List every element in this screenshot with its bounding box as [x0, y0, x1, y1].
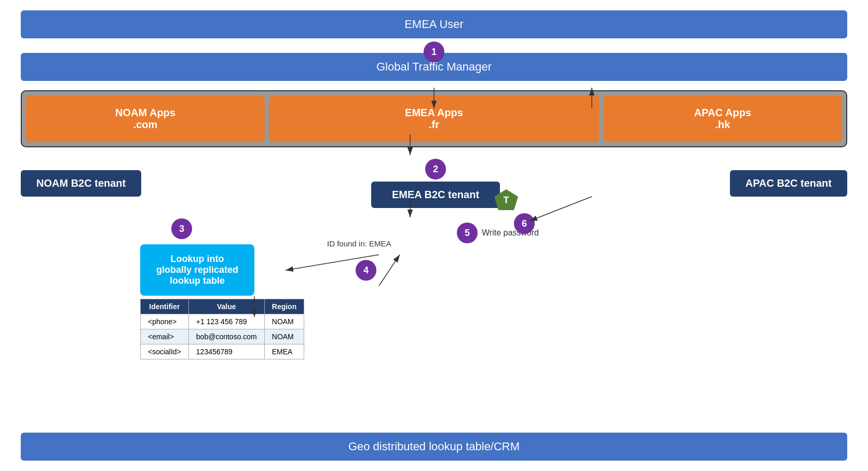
col-value: Value	[188, 299, 264, 314]
col-identifier: Identifier	[141, 299, 189, 314]
col-region: Region	[264, 299, 304, 314]
noam-b2c-box: NOAM B2C tenant	[21, 170, 141, 197]
apac-b2c-box: APAC B2C tenant	[730, 170, 847, 197]
lookup-table: Identifier Value Region <phone> +1 123 4…	[140, 299, 304, 359]
emea-user-bar: EMEA User	[21, 10, 847, 38]
cell-id-1: <phone>	[141, 314, 189, 329]
circle-3: 3	[171, 218, 192, 239]
noam-apps-label: NOAM Apps.com	[115, 107, 175, 131]
cell-reg-3: EMEA	[264, 344, 304, 359]
apac-apps-box: APAC Apps.hk	[603, 95, 842, 142]
emea-b2c-box: EMEA B2C tenant	[371, 182, 500, 208]
table-row: <phone> +1 123 456 789 NOAM	[141, 314, 304, 329]
circle-5: 5	[457, 223, 478, 243]
b2c-row: NOAM B2C tenant 2 EMEA B2C tenant APAC B…	[21, 159, 847, 208]
circle-6: 6	[514, 213, 535, 234]
circle-4: 4	[356, 260, 376, 281]
noam-apps-box: NOAM Apps.com	[26, 95, 265, 142]
cell-id-2: <email>	[141, 329, 189, 344]
apps-row: NOAM Apps.com EMEA Apps.fr APAC Apps.hk	[21, 90, 847, 147]
gtm-row: 1 Global Traffic Manager	[21, 53, 847, 81]
cell-id-3: <socialId>	[141, 344, 189, 359]
lookup-table-wrapper: Identifier Value Region <phone> +1 123 4…	[140, 299, 304, 359]
cell-reg-1: NOAM	[264, 314, 304, 329]
emea-apps-box: EMEA Apps.fr	[269, 95, 599, 142]
geo-bar: Geo distributed lookup table/CRM	[21, 433, 847, 461]
t-label: T	[493, 187, 519, 213]
id-found-label: ID found in: EMEA	[327, 239, 391, 248]
svg-line-9	[379, 255, 400, 286]
diagram-container: EMEA User 1 Global Traffic Manager NOAM …	[0, 0, 868, 471]
circle-2: 2	[425, 159, 446, 179]
cell-reg-2: NOAM	[264, 329, 304, 344]
circle-1: 1	[424, 41, 444, 62]
apac-apps-label: APAC Apps.hk	[694, 107, 751, 131]
emea-apps-label: EMEA Apps.fr	[405, 107, 463, 131]
lower-section: 3 Lookup into globally replicated lookup…	[21, 213, 847, 379]
cell-val-2: bob@contoso.com	[188, 329, 264, 344]
table-row: <socialId> 123456789 EMEA	[141, 344, 304, 359]
table-row: <email> bob@contoso.com NOAM	[141, 329, 304, 344]
cell-val-1: +1 123 456 789	[188, 314, 264, 329]
emea-b2c-wrapper: 2 EMEA B2C tenant	[371, 159, 500, 208]
lookup-box: Lookup into globally replicated lookup t…	[140, 244, 254, 296]
cell-val-3: 123456789	[188, 344, 264, 359]
